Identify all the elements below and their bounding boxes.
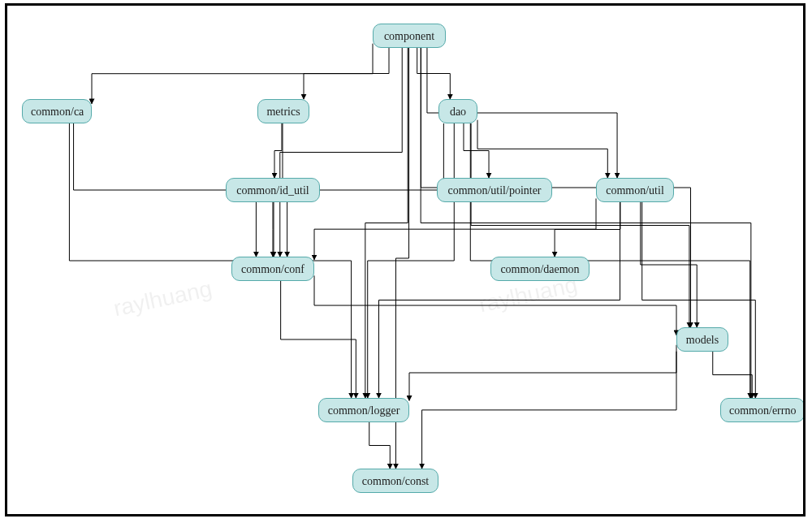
edge-dao-models	[471, 123, 689, 327]
node-common-util-pointer: common/util/pointer	[437, 178, 552, 202]
edge-common_conf-common_logger	[281, 281, 356, 398]
edge-common_util-common_daemon	[555, 202, 620, 257]
node-common-conf: common/conf	[231, 257, 314, 281]
node-dao: dao	[438, 99, 477, 123]
node-common-id-util: common/id_util	[226, 178, 320, 202]
node-common-errno: common/errno	[720, 398, 805, 422]
edge-dao-common_util_pointer	[464, 123, 489, 178]
node-common-util: common/util	[596, 178, 674, 202]
watermark-1: raylhuang	[111, 276, 214, 322]
edge-models-common_errno	[713, 352, 752, 398]
edge-component-common_ca	[92, 44, 373, 104]
node-common-ca: common/ca	[22, 99, 92, 123]
diagram-frame: raylhuang raylhuang component common/ca …	[5, 3, 806, 517]
edge-common_util-models	[641, 202, 697, 327]
edge-models-common_const	[422, 352, 676, 469]
edge-models-common_logger	[409, 345, 676, 401]
node-common-const: common/const	[352, 469, 438, 493]
node-common-logger: common/logger	[318, 398, 409, 422]
edge-component-metrics	[304, 48, 389, 99]
edges-layer	[7, 6, 803, 514]
edge-dao-common_util	[477, 120, 607, 178]
node-models: models	[676, 327, 728, 352]
node-common-daemon: common/daemon	[490, 257, 590, 281]
edge-metrics-common_id_util	[274, 123, 282, 178]
edge-common_util-common_errno	[642, 202, 756, 398]
edge-component-common_conf	[280, 48, 402, 257]
node-component: component	[373, 24, 446, 48]
node-metrics: metrics	[257, 99, 309, 123]
edge-common_util-common_conf	[314, 198, 596, 259]
edge-common_logger-common_const	[369, 422, 391, 469]
edge-component-common_logger	[365, 48, 408, 398]
edge-common_conf-models	[314, 275, 676, 335]
edge-common_util-common_logger	[378, 202, 620, 398]
edge-component-dao	[417, 48, 451, 99]
edge-dao-common_logger	[368, 123, 455, 398]
